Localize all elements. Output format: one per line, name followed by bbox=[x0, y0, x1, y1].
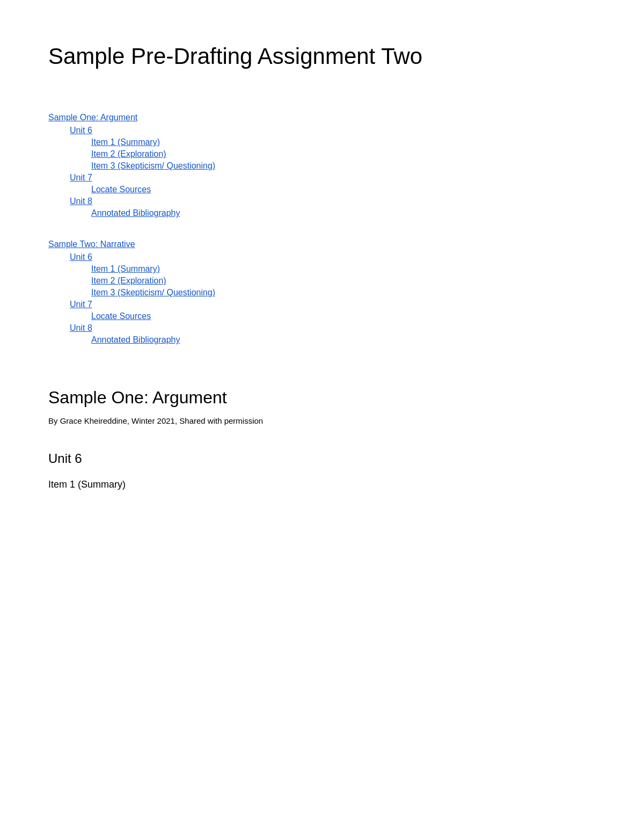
toc-item-locate-s2[interactable]: Locate Sources bbox=[91, 311, 596, 321]
toc-item-locate-s1[interactable]: Locate Sources bbox=[91, 185, 596, 194]
toc-link-locate-s2[interactable]: Locate Sources bbox=[91, 311, 151, 321]
sample-one-heading: Sample One: Argument bbox=[48, 388, 596, 408]
sample-one-byline: By Grace Kheireddine, Winter 2021, Share… bbox=[48, 416, 596, 425]
table-of-contents: Sample One: Argument Unit 6 Item 1 (Summ… bbox=[48, 113, 596, 345]
toc-link-item2-s2[interactable]: Item 2 (Exploration) bbox=[91, 276, 166, 285]
toc-item-item1-s1[interactable]: Item 1 (Summary) bbox=[91, 137, 596, 147]
toc-item-unit8-s2[interactable]: Unit 8 bbox=[70, 323, 596, 333]
toc-item-item3-s2[interactable]: Item 3 (Skepticism/ Questioning) bbox=[91, 288, 596, 298]
toc-item-item3-s1[interactable]: Item 3 (Skepticism/ Questioning) bbox=[91, 161, 596, 171]
toc-section-sample-one: Sample One: Argument Unit 6 Item 1 (Summ… bbox=[48, 113, 596, 218]
toc-link-item2-s1[interactable]: Item 2 (Exploration) bbox=[91, 149, 166, 158]
toc-link-locate-s1[interactable]: Locate Sources bbox=[91, 185, 151, 194]
toc-item-item1-s2[interactable]: Item 1 (Summary) bbox=[91, 264, 596, 274]
toc-item-sample-one[interactable]: Sample One: Argument bbox=[48, 113, 596, 122]
toc-link-unit7-s1[interactable]: Unit 7 bbox=[70, 173, 92, 182]
toc-link-sample-one[interactable]: Sample One: Argument bbox=[48, 113, 137, 122]
content-sample-one: Sample One: Argument By Grace Kheireddin… bbox=[48, 388, 596, 490]
toc-item-unit7-s1[interactable]: Unit 7 bbox=[70, 173, 596, 183]
toc-item-annot-s1[interactable]: Annotated Bibliography bbox=[91, 208, 596, 218]
toc-link-annot-s2[interactable]: Annotated Bibliography bbox=[91, 335, 180, 344]
toc-item-sample-two[interactable]: Sample Two: Narrative bbox=[48, 240, 596, 249]
toc-link-unit8-s1[interactable]: Unit 8 bbox=[70, 197, 92, 206]
toc-item-item2-s2[interactable]: Item 2 (Exploration) bbox=[91, 276, 596, 286]
toc-item-unit6-s2[interactable]: Unit 6 bbox=[70, 252, 596, 262]
unit-6-section: Unit 6 Item 1 (Summary) bbox=[48, 451, 596, 490]
toc-link-unit6-s1[interactable]: Unit 6 bbox=[70, 126, 92, 135]
toc-link-item3-s2[interactable]: Item 3 (Skepticism/ Questioning) bbox=[91, 288, 215, 297]
toc-item-item2-s1[interactable]: Item 2 (Exploration) bbox=[91, 149, 596, 159]
toc-link-item1-s2[interactable]: Item 1 (Summary) bbox=[91, 264, 160, 273]
toc-item-unit7-s2[interactable]: Unit 7 bbox=[70, 300, 596, 309]
item-1-heading: Item 1 (Summary) bbox=[48, 479, 596, 490]
toc-link-item1-s1[interactable]: Item 1 (Summary) bbox=[91, 137, 160, 147]
unit-6-heading: Unit 6 bbox=[48, 451, 596, 466]
toc-item-unit6-s1[interactable]: Unit 6 bbox=[70, 126, 596, 135]
toc-link-unit8-s2[interactable]: Unit 8 bbox=[70, 323, 92, 332]
item-1-section: Item 1 (Summary) bbox=[48, 479, 596, 490]
toc-item-annot-s2[interactable]: Annotated Bibliography bbox=[91, 335, 596, 345]
toc-link-item3-s1[interactable]: Item 3 (Skepticism/ Questioning) bbox=[91, 161, 215, 170]
toc-section-sample-two: Sample Two: Narrative Unit 6 Item 1 (Sum… bbox=[48, 240, 596, 345]
toc-link-annot-s1[interactable]: Annotated Bibliography bbox=[91, 208, 180, 217]
toc-link-unit7-s2[interactable]: Unit 7 bbox=[70, 300, 92, 309]
toc-item-unit8-s1[interactable]: Unit 8 bbox=[70, 197, 596, 206]
toc-link-unit6-s2[interactable]: Unit 6 bbox=[70, 252, 92, 262]
page-title: Sample Pre-Drafting Assignment Two bbox=[48, 43, 596, 70]
toc-link-sample-two[interactable]: Sample Two: Narrative bbox=[48, 240, 135, 249]
